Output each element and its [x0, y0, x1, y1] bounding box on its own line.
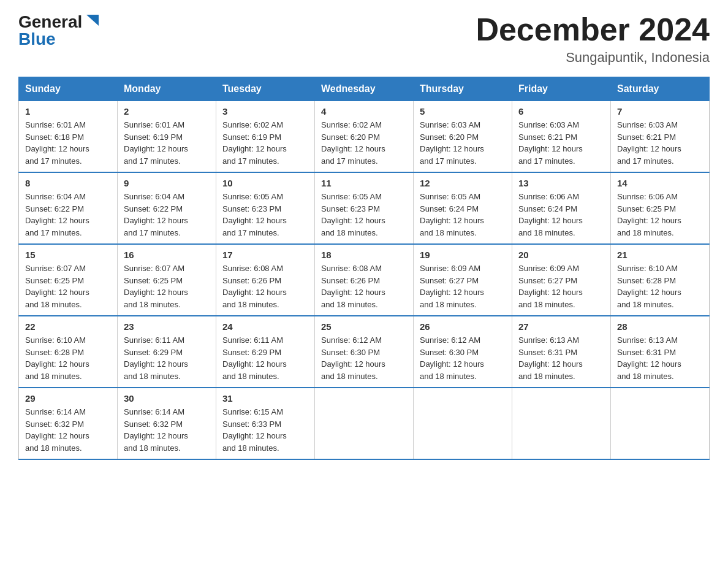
- day-info: Sunrise: 6:06 AMSunset: 6:25 PMDaylight:…: [617, 191, 703, 239]
- day-info: Sunrise: 6:01 AMSunset: 6:19 PMDaylight:…: [124, 119, 210, 167]
- day-info: Sunrise: 6:07 AMSunset: 6:25 PMDaylight:…: [25, 262, 111, 310]
- table-row: 4Sunrise: 6:02 AMSunset: 6:20 PMDaylight…: [315, 101, 414, 173]
- table-row: 7Sunrise: 6:03 AMSunset: 6:21 PMDaylight…: [611, 101, 710, 173]
- day-number: 17: [222, 250, 308, 260]
- day-number: 3: [222, 106, 308, 117]
- day-number: 31: [222, 393, 308, 404]
- table-row: 17Sunrise: 6:08 AMSunset: 6:26 PMDayligh…: [216, 244, 315, 316]
- day-info: Sunrise: 6:12 AMSunset: 6:30 PMDaylight:…: [420, 334, 506, 382]
- day-number: 5: [420, 106, 506, 117]
- col-tuesday: Tuesday: [216, 77, 315, 101]
- day-info: Sunrise: 6:03 AMSunset: 6:21 PMDaylight:…: [617, 119, 703, 167]
- table-row: 14Sunrise: 6:06 AMSunset: 6:25 PMDayligh…: [611, 172, 710, 244]
- day-number: 26: [420, 321, 506, 332]
- logo-blue: Blue: [18, 29, 56, 49]
- day-number: 16: [124, 250, 210, 260]
- day-number: 18: [321, 250, 407, 260]
- day-info: Sunrise: 6:03 AMSunset: 6:21 PMDaylight:…: [518, 119, 604, 167]
- table-row: 23Sunrise: 6:11 AMSunset: 6:29 PMDayligh…: [118, 316, 216, 388]
- day-number: 2: [124, 106, 210, 117]
- col-thursday: Thursday: [414, 77, 512, 101]
- calendar-header-row: Sunday Monday Tuesday Wednesday Thursday…: [19, 77, 710, 101]
- day-info: Sunrise: 6:01 AMSunset: 6:18 PMDaylight:…: [25, 119, 111, 167]
- day-number: 4: [321, 106, 407, 117]
- day-info: Sunrise: 6:10 AMSunset: 6:28 PMDaylight:…: [617, 262, 703, 310]
- calendar-subtitle: Sungaipuntik, Indonesia: [476, 50, 710, 66]
- page-header: General Blue December 2024 Sungaipuntik,…: [18, 12, 710, 66]
- table-row: 8Sunrise: 6:04 AMSunset: 6:22 PMDaylight…: [19, 172, 118, 244]
- day-number: 27: [518, 321, 604, 332]
- col-monday: Monday: [118, 77, 216, 101]
- day-info: Sunrise: 6:02 AMSunset: 6:19 PMDaylight:…: [222, 119, 308, 167]
- table-row: 16Sunrise: 6:07 AMSunset: 6:25 PMDayligh…: [118, 244, 216, 316]
- calendar-week-row: 22Sunrise: 6:10 AMSunset: 6:28 PMDayligh…: [19, 316, 710, 388]
- day-info: Sunrise: 6:05 AMSunset: 6:23 PMDaylight:…: [222, 191, 308, 239]
- day-info: Sunrise: 6:02 AMSunset: 6:20 PMDaylight:…: [321, 119, 407, 167]
- day-number: 7: [617, 106, 703, 117]
- col-saturday: Saturday: [611, 77, 710, 101]
- day-info: Sunrise: 6:04 AMSunset: 6:22 PMDaylight:…: [124, 191, 210, 239]
- day-number: 12: [420, 178, 506, 188]
- table-row: 13Sunrise: 6:06 AMSunset: 6:24 PMDayligh…: [512, 172, 611, 244]
- day-info: Sunrise: 6:13 AMSunset: 6:31 PMDaylight:…: [617, 334, 703, 382]
- day-number: 1: [25, 106, 111, 117]
- day-info: Sunrise: 6:08 AMSunset: 6:26 PMDaylight:…: [321, 262, 407, 310]
- table-row: [611, 388, 710, 459]
- table-row: 21Sunrise: 6:10 AMSunset: 6:28 PMDayligh…: [611, 244, 710, 316]
- logo: General Blue: [18, 12, 101, 49]
- title-area: December 2024 Sungaipuntik, Indonesia: [476, 12, 710, 66]
- col-sunday: Sunday: [19, 77, 118, 101]
- day-info: Sunrise: 6:10 AMSunset: 6:28 PMDaylight:…: [25, 334, 111, 382]
- day-info: Sunrise: 6:15 AMSunset: 6:33 PMDaylight:…: [222, 406, 308, 454]
- day-number: 19: [420, 250, 506, 260]
- day-info: Sunrise: 6:13 AMSunset: 6:31 PMDaylight:…: [518, 334, 604, 382]
- col-friday: Friday: [512, 77, 611, 101]
- day-number: 21: [617, 250, 703, 260]
- day-number: 24: [222, 321, 308, 332]
- table-row: 5Sunrise: 6:03 AMSunset: 6:20 PMDaylight…: [414, 101, 512, 173]
- day-number: 9: [124, 178, 210, 188]
- day-info: Sunrise: 6:11 AMSunset: 6:29 PMDaylight:…: [222, 334, 308, 382]
- svg-marker-0: [86, 15, 99, 26]
- table-row: 20Sunrise: 6:09 AMSunset: 6:27 PMDayligh…: [512, 244, 611, 316]
- day-number: 29: [25, 393, 111, 404]
- table-row: 1Sunrise: 6:01 AMSunset: 6:18 PMDaylight…: [19, 101, 118, 173]
- calendar-week-row: 29Sunrise: 6:14 AMSunset: 6:32 PMDayligh…: [19, 388, 710, 459]
- calendar-table: Sunday Monday Tuesday Wednesday Thursday…: [18, 77, 710, 460]
- day-number: 6: [518, 106, 604, 117]
- day-info: Sunrise: 6:04 AMSunset: 6:22 PMDaylight:…: [25, 191, 111, 239]
- day-number: 10: [222, 178, 308, 188]
- day-info: Sunrise: 6:03 AMSunset: 6:20 PMDaylight:…: [420, 119, 506, 167]
- day-info: Sunrise: 6:08 AMSunset: 6:26 PMDaylight:…: [222, 262, 308, 310]
- day-number: 30: [124, 393, 210, 404]
- table-row: 31Sunrise: 6:15 AMSunset: 6:33 PMDayligh…: [216, 388, 315, 459]
- day-info: Sunrise: 6:09 AMSunset: 6:27 PMDaylight:…: [518, 262, 604, 310]
- day-info: Sunrise: 6:12 AMSunset: 6:30 PMDaylight:…: [321, 334, 407, 382]
- day-number: 11: [321, 178, 407, 188]
- table-row: [315, 388, 414, 459]
- day-number: 15: [25, 250, 111, 260]
- table-row: 22Sunrise: 6:10 AMSunset: 6:28 PMDayligh…: [19, 316, 118, 388]
- day-number: 22: [25, 321, 111, 332]
- table-row: 15Sunrise: 6:07 AMSunset: 6:25 PMDayligh…: [19, 244, 118, 316]
- table-row: 10Sunrise: 6:05 AMSunset: 6:23 PMDayligh…: [216, 172, 315, 244]
- logo-general: General: [18, 13, 82, 31]
- day-info: Sunrise: 6:07 AMSunset: 6:25 PMDaylight:…: [124, 262, 210, 310]
- table-row: 6Sunrise: 6:03 AMSunset: 6:21 PMDaylight…: [512, 101, 611, 173]
- day-info: Sunrise: 6:14 AMSunset: 6:32 PMDaylight:…: [25, 406, 111, 454]
- day-number: 14: [617, 178, 703, 188]
- table-row: [414, 388, 512, 459]
- table-row: 30Sunrise: 6:14 AMSunset: 6:32 PMDayligh…: [118, 388, 216, 459]
- calendar-week-row: 1Sunrise: 6:01 AMSunset: 6:18 PMDaylight…: [19, 101, 710, 173]
- table-row: 11Sunrise: 6:05 AMSunset: 6:23 PMDayligh…: [315, 172, 414, 244]
- table-row: 25Sunrise: 6:12 AMSunset: 6:30 PMDayligh…: [315, 316, 414, 388]
- day-number: 23: [124, 321, 210, 332]
- day-info: Sunrise: 6:05 AMSunset: 6:24 PMDaylight:…: [420, 191, 506, 239]
- day-number: 20: [518, 250, 604, 260]
- table-row: 24Sunrise: 6:11 AMSunset: 6:29 PMDayligh…: [216, 316, 315, 388]
- day-info: Sunrise: 6:05 AMSunset: 6:23 PMDaylight:…: [321, 191, 407, 239]
- table-row: 29Sunrise: 6:14 AMSunset: 6:32 PMDayligh…: [19, 388, 118, 459]
- table-row: 28Sunrise: 6:13 AMSunset: 6:31 PMDayligh…: [611, 316, 710, 388]
- table-row: 3Sunrise: 6:02 AMSunset: 6:19 PMDaylight…: [216, 101, 315, 173]
- day-number: 25: [321, 321, 407, 332]
